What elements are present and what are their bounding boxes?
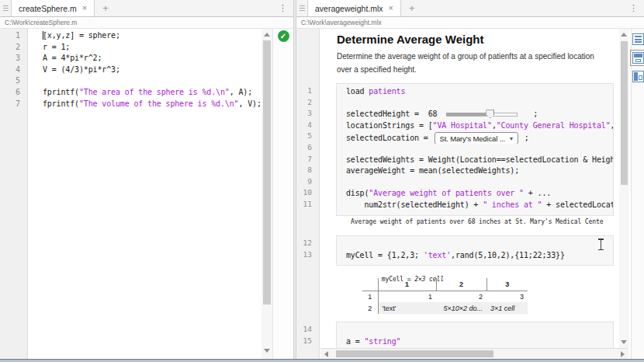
code-string: patients: [369, 87, 405, 96]
line-number[interactable]: 10: [296, 188, 320, 200]
code-line[interactable]: [346, 239, 613, 251]
right-vertical-scrollbar[interactable]: [619, 29, 629, 348]
line-number[interactable]: 4: [296, 120, 320, 132]
code-line[interactable]: selectedLocation = St. Mary's Medical ..…: [346, 132, 613, 144]
code-line[interactable]: selectedHeight = 68 ;: [346, 110, 613, 121]
code-line[interactable]: V = (4/3)*pi*r^3;: [28, 65, 261, 77]
code-line[interactable]: myCell = {1,2,3; 'text',rand(5,10,2),{11…: [346, 251, 613, 263]
scroll-up-icon[interactable]: [264, 33, 270, 37]
code-line[interactable]: A = 4*pi*r^2;: [28, 54, 261, 65]
output-inline-icon[interactable]: [632, 52, 644, 64]
horizontal-scrollbar[interactable]: [320, 348, 628, 359]
location-dropdown[interactable]: St. Mary's Medical ...▾: [435, 132, 518, 144]
slider-fill: [446, 113, 490, 116]
table-cell: 3×1 cell: [486, 302, 528, 314]
table-corner-cell: [362, 278, 378, 291]
section-title[interactable]: Determine Average Weight: [337, 33, 484, 46]
document-grip-icon[interactable]: [296, 0, 307, 16]
scroll-down-icon[interactable]: [621, 340, 627, 344]
line-number[interactable]: 1: [0, 31, 27, 43]
left-file-path: C:\Work\createSphere.m: [0, 17, 293, 29]
tab-label: averageweight.mlx: [315, 4, 383, 13]
code-line[interactable]: locationStrings = ["VA Hospital","County…: [346, 121, 613, 133]
table-column-header: 2: [436, 278, 486, 291]
horizontal-scrollbar-thumb[interactable]: [336, 350, 493, 357]
line-number[interactable]: 11: [296, 200, 320, 211]
height-slider[interactable]: [446, 110, 518, 118]
code-block-2[interactable]: myCell = {1,2,3; 'text',rand(5,10,2),{11…: [336, 235, 614, 266]
code-text: ;: [528, 110, 538, 118]
line-number[interactable]: 12: [296, 238, 320, 250]
new-tab-button[interactable]: +: [95, 0, 116, 16]
line-number[interactable]: 14: [296, 325, 320, 336]
tab-actions-menu-icon[interactable]: ⋮: [623, 0, 644, 16]
code-string: "string": [364, 337, 400, 346]
code-line[interactable]: num2str(selectedHeight) + " inches at " …: [346, 200, 613, 212]
line-number[interactable]: 7: [0, 99, 27, 111]
line-number[interactable]: 8: [296, 165, 320, 177]
document-grip-icon[interactable]: [0, 0, 11, 16]
right-line-number-gutter[interactable]: 1234567891011 1213 1415: [296, 29, 320, 359]
line-number[interactable]: 9: [296, 177, 320, 189]
right-editor-pane: averageweight.mlx × + ⋮ C:\Work\averagew…: [296, 0, 644, 359]
outline-panel-icon[interactable]: [632, 33, 644, 45]
output-on-right-icon[interactable]: [632, 71, 644, 82]
right-tab-bar: averageweight.mlx × + ⋮: [296, 0, 644, 17]
code-line[interactable]: a = "string": [346, 337, 613, 349]
scroll-left-icon[interactable]: [324, 351, 328, 357]
slider-thumb[interactable]: [486, 110, 494, 118]
code-line[interactable]: selectedWeights = Weight(Location==selec…: [346, 155, 613, 167]
tab-close-icon[interactable]: ×: [389, 4, 393, 12]
code-line[interactable]: [346, 325, 613, 337]
code-line[interactable]: [28, 76, 261, 88]
line-number[interactable]: 5: [0, 76, 27, 88]
left-code-editor[interactable]: 1234567 [x,y,z] = sphere;r = 1;A = 4*pi*…: [0, 29, 293, 359]
live-script-document[interactable]: Determine Average Weight Determine the a…: [320, 29, 619, 359]
scroll-up-icon[interactable]: [621, 33, 627, 37]
line-number[interactable]: 13: [296, 250, 320, 262]
tab-close-icon[interactable]: ×: [82, 4, 87, 12]
chevron-down-icon: ▾: [510, 135, 513, 142]
code-string: "The area of the sphere is %d.\n": [79, 88, 230, 96]
section-description[interactable]: Determine the average weight of a group …: [337, 50, 594, 76]
code-line[interactable]: [346, 144, 613, 155]
line-number[interactable]: 1: [296, 86, 320, 98]
code-line[interactable]: fprintf("The volume of the sphere is %d.…: [28, 99, 261, 111]
line-number[interactable]: 6: [0, 88, 27, 99]
code-line[interactable]: [346, 178, 613, 190]
code-line[interactable]: averageWeight = mean(selectedWeights);: [346, 166, 613, 178]
line-number[interactable]: 7: [296, 155, 320, 166]
right-scrollbar-thumb[interactable]: [621, 41, 628, 185]
code-analyzer-check-icon: ✓: [278, 30, 289, 42]
code-line[interactable]: load patients: [346, 87, 613, 99]
line-number[interactable]: 4: [0, 65, 27, 77]
code-line[interactable]: [x,y,z] = sphere;: [28, 31, 261, 43]
code-block-1[interactable]: load patientsselectedHeight = 68 ;locati…: [336, 83, 614, 216]
tab-createsphere[interactable]: createSphere.m ×: [11, 0, 95, 16]
left-line-number-gutter[interactable]: 1234567: [0, 29, 28, 359]
code-line[interactable]: disp("Average weight of patients over " …: [346, 189, 613, 200]
scroll-down-icon[interactable]: [264, 349, 270, 353]
line-number[interactable]: 15: [296, 336, 320, 348]
scroll-right-icon[interactable]: [621, 351, 625, 357]
code-text: + ...: [524, 189, 551, 197]
tab-averageweight[interactable]: averageweight.mlx ×: [307, 0, 401, 16]
left-code-area[interactable]: [x,y,z] = sphere;r = 1;A = 4*pi*r^2;V = …: [28, 29, 261, 359]
code-text: ,rand(5,10,2),{11;22;33}}: [451, 251, 565, 259]
left-scrollbar-thumb[interactable]: [263, 40, 271, 305]
code-line[interactable]: fprintf("The area of the sphere is %d.\n…: [28, 88, 261, 99]
line-number[interactable]: 3: [296, 109, 320, 120]
left-vertical-scrollbar[interactable]: [261, 29, 272, 359]
code-line[interactable]: [346, 99, 613, 110]
line-number[interactable]: 5: [296, 131, 320, 143]
code-line[interactable]: r = 1;: [28, 43, 261, 54]
code-text: fprintf(: [43, 99, 79, 108]
line-number[interactable]: 6: [296, 143, 320, 155]
code-text: ,: [611, 121, 613, 130]
tab-actions-menu-icon[interactable]: ⋮: [272, 0, 293, 16]
line-number[interactable]: 2: [0, 43, 27, 54]
table-row-label: 2: [362, 302, 378, 314]
new-tab-button[interactable]: +: [401, 0, 423, 16]
line-number[interactable]: 2: [296, 98, 320, 110]
line-number[interactable]: 3: [0, 54, 27, 65]
